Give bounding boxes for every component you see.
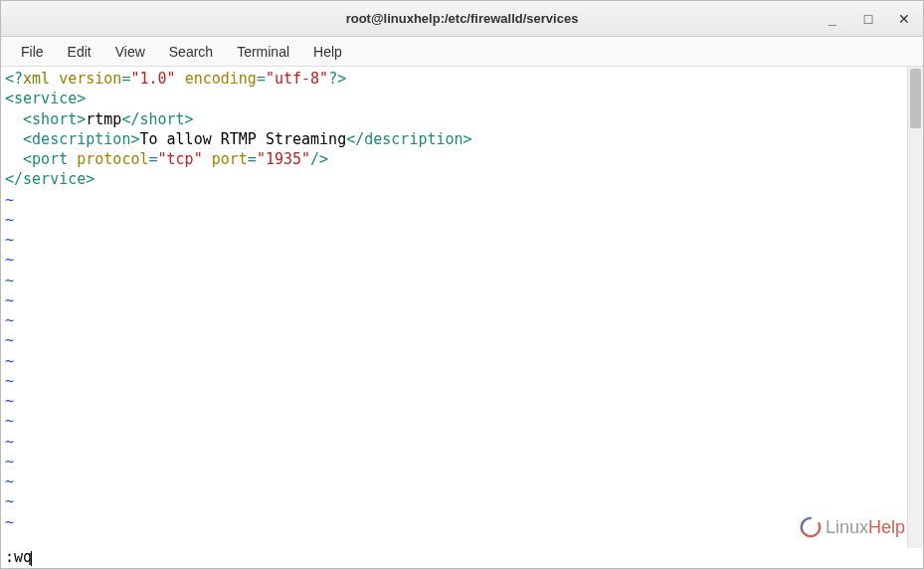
linuxhelp-icon [800,516,822,538]
window-controls: _ □ ✕ [824,11,913,27]
menu-search[interactable]: Search [157,40,225,64]
svg-point-0 [800,516,822,538]
menu-edit[interactable]: Edit [56,40,103,64]
menubar: File Edit View Search Terminal Help [1,37,923,67]
scrollbar-thumb[interactable] [910,69,921,128]
svg-point-1 [800,516,822,538]
watermark-text: LinuxHelp [826,517,905,538]
titlebar: root@linuxhelp:/etc/firewalld/services _… [1,1,923,37]
editor-area: <?xml version="1.0" encoding="utf-8"?> <… [1,67,923,548]
watermark-logo: LinuxHelp [800,516,905,538]
minimize-icon[interactable]: _ [824,11,841,27]
scrollbar[interactable] [907,67,923,548]
menu-terminal[interactable]: Terminal [225,40,301,64]
close-icon[interactable]: ✕ [895,11,913,27]
menu-help[interactable]: Help [301,40,354,64]
terminal-window: root@linuxhelp:/etc/firewalld/services _… [0,0,924,569]
vim-command-line[interactable]: :wq [1,548,923,568]
cursor-icon [31,551,32,566]
menu-file[interactable]: File [9,40,56,64]
maximize-icon[interactable]: □ [859,11,877,27]
window-title: root@linuxhelp:/etc/firewalld/services [346,11,579,26]
menu-view[interactable]: View [103,40,157,64]
editor-content[interactable]: <?xml version="1.0" encoding="utf-8"?> <… [1,67,907,548]
